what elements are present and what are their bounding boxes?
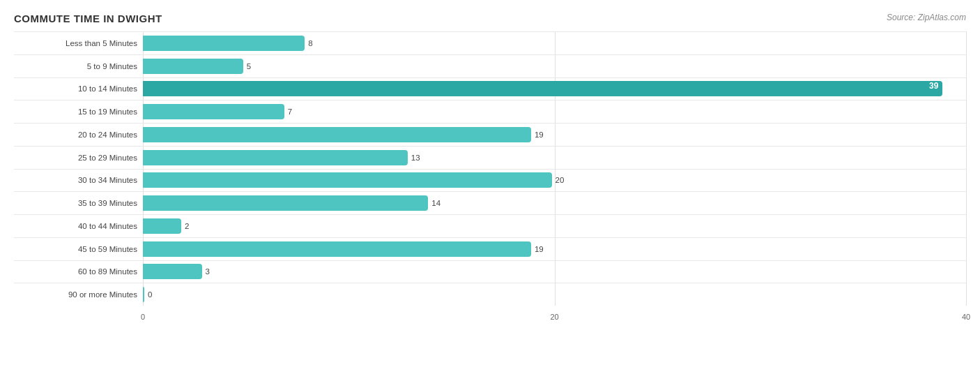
bar-value: 13 [411, 154, 420, 162]
bar-track: 14 [143, 195, 966, 211]
bar-track: 7 [143, 104, 966, 119]
bar-row: 40 to 44 Minutes2 [14, 214, 966, 237]
bar-value: 19 [535, 131, 544, 139]
x-axis-tick: 40 [962, 313, 970, 321]
bar-track: 3 [143, 264, 966, 279]
bar-row: 25 to 29 Minutes13 [14, 146, 966, 169]
bar-label: 20 to 24 Minutes [14, 131, 143, 139]
bar-value: 19 [535, 245, 544, 253]
bar-track: 19 [143, 127, 966, 142]
bar-label: 25 to 29 Minutes [14, 154, 143, 162]
bar-label: 45 to 59 Minutes [14, 245, 143, 253]
bar-fill [143, 287, 144, 302]
bar-row: 45 to 59 Minutes19 [14, 237, 966, 260]
bar-value: 7 [288, 107, 292, 116]
bar-track: 13 [143, 150, 966, 165]
bar-row: 60 to 89 Minutes3 [14, 260, 966, 283]
bar-value: 5 [247, 62, 251, 70]
bar-value: 3 [206, 267, 210, 276]
bar-row: 20 to 24 Minutes19 [14, 123, 966, 146]
bar-track: 19 [143, 241, 966, 257]
bar-track: 0 [143, 287, 966, 302]
bar-value-inside: 39 [929, 81, 938, 91]
bar-label: 35 to 39 Minutes [14, 199, 143, 207]
bar-label: 10 to 14 Minutes [14, 84, 143, 93]
bar-fill [143, 104, 284, 119]
bar-fill [143, 127, 531, 142]
bar-track: 39 [143, 81, 966, 96]
bar-fill [143, 195, 428, 211]
bar-label: 40 to 44 Minutes [14, 222, 143, 230]
bar-row: Less than 5 Minutes8 [14, 31, 966, 54]
bar-label: 60 to 89 Minutes [14, 267, 143, 276]
bar-track: 2 [143, 218, 966, 234]
bar-track: 20 [143, 172, 966, 188]
bar-row: 35 to 39 Minutes14 [14, 191, 966, 214]
bar-row: 10 to 14 Minutes39 [14, 77, 966, 100]
bar-fill: 39 [143, 81, 942, 96]
bar-fill [143, 150, 408, 165]
bars-section: Less than 5 Minutes85 to 9 Minutes510 to… [14, 31, 966, 321]
bar-row: 5 to 9 Minutes5 [14, 54, 966, 77]
bar-label: 90 or more Minutes [14, 290, 143, 299]
bar-label: 30 to 34 Minutes [14, 176, 143, 184]
bar-row: 90 or more Minutes0 [14, 283, 966, 306]
bar-fill [143, 172, 552, 188]
bar-row: 30 to 34 Minutes20 [14, 169, 966, 192]
bar-fill [143, 59, 243, 74]
bar-track: 5 [143, 59, 966, 74]
bar-track: 8 [143, 36, 966, 51]
bar-label: 5 to 9 Minutes [14, 62, 143, 70]
bar-label: 15 to 19 Minutes [14, 107, 143, 116]
bar-value: 0 [148, 290, 152, 299]
bar-value: 2 [185, 222, 189, 230]
bar-value: 8 [308, 39, 312, 47]
bar-value: 14 [431, 199, 441, 207]
bar-fill [143, 264, 202, 279]
bar-fill [143, 241, 531, 257]
chart-container: COMMUTE TIME IN DWIGHT Source: ZipAtlas.… [0, 0, 980, 365]
x-axis-tick: 0 [141, 313, 145, 321]
bar-row: 15 to 19 Minutes7 [14, 100, 966, 123]
source-text: Source: ZipAtlas.com [887, 13, 966, 22]
bar-label: Less than 5 Minutes [14, 39, 143, 47]
bar-fill [143, 36, 305, 51]
bar-value: 20 [556, 176, 565, 184]
chart-title: COMMUTE TIME IN DWIGHT [14, 13, 966, 24]
chart-area: Less than 5 Minutes85 to 9 Minutes510 to… [14, 31, 966, 321]
x-axis-tick: 20 [550, 313, 558, 321]
bar-fill [143, 218, 181, 234]
x-axis: 02040 [143, 307, 966, 321]
